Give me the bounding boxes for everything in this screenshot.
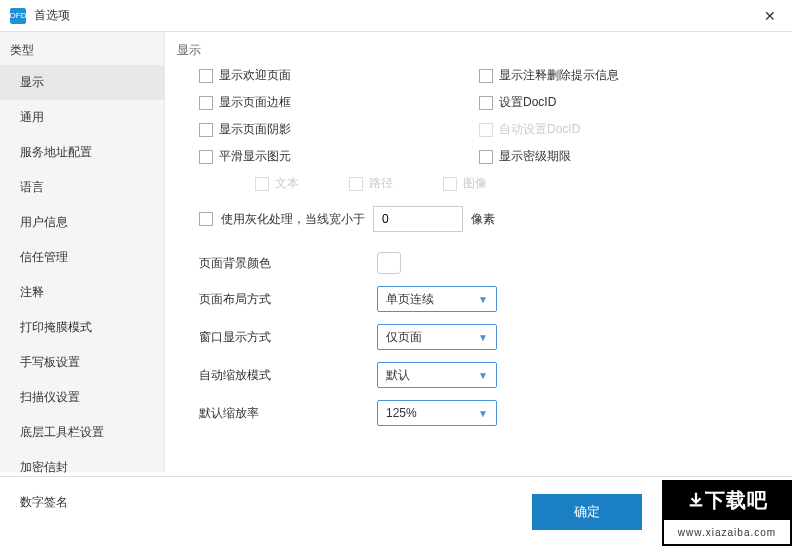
checkbox-label: 自动设置DocID (499, 121, 580, 138)
chevron-down-icon: ▼ (478, 370, 488, 381)
checkbox-row: 自动设置DocID (479, 121, 759, 138)
sidebar-item[interactable]: 通用 (0, 100, 164, 135)
sidebar-header: 类型 (0, 36, 164, 65)
checkbox[interactable] (479, 69, 493, 83)
close-button[interactable]: ✕ (758, 4, 782, 28)
select-value: 仅页面 (386, 329, 422, 346)
sidebar-item[interactable]: 用户信息 (0, 205, 164, 240)
sidebar-item[interactable]: 显示 (0, 65, 164, 100)
checkbox-label: 设置DocID (499, 94, 556, 111)
bgcolor-swatch[interactable] (377, 252, 401, 274)
close-icon: ✕ (764, 8, 776, 24)
watermark-logo: 下载吧 (662, 480, 792, 518)
watermark: 下载吧 www.xiazaiba.com (662, 480, 792, 546)
sidebar-item[interactable]: 打印掩膜模式 (0, 310, 164, 345)
window-title: 首选项 (34, 7, 758, 24)
sidebar-item[interactable]: 底层工具栏设置 (0, 415, 164, 450)
select-value: 125% (386, 406, 417, 420)
select-label: 窗口显示方式 (199, 329, 369, 346)
checkbox[interactable] (199, 69, 213, 83)
checkbox-label: 平滑显示图元 (219, 148, 291, 165)
checkbox[interactable] (479, 96, 493, 110)
sidebar: 类型 显示通用服务地址配置语言用户信息信任管理注释打印掩膜模式手写板设置扫描仪设… (0, 32, 165, 472)
checkbox-row: 显示页面边框 (199, 94, 479, 111)
sidebar-item[interactable]: 手写板设置 (0, 345, 164, 380)
select-value: 默认 (386, 367, 410, 384)
bgcolor-label: 页面背景颜色 (199, 255, 369, 272)
checkbox-label: 显示注释删除提示信息 (499, 67, 619, 84)
gray-process-row: 使用灰化处理，当线宽小于 像素 (199, 206, 772, 232)
sidebar-item[interactable]: 语言 (0, 170, 164, 205)
checkbox-label: 显示密级期限 (499, 148, 571, 165)
checkbox-row: 设置DocID (479, 94, 759, 111)
select-row: 默认缩放率125%▼ (199, 400, 772, 426)
gray-process-checkbox[interactable] (199, 212, 213, 226)
select-row: 自动缩放模式默认▼ (199, 362, 772, 388)
sidebar-item[interactable]: 扫描仪设置 (0, 380, 164, 415)
checkbox (349, 177, 363, 191)
sidebar-item[interactable]: 信任管理 (0, 240, 164, 275)
select-label: 默认缩放率 (199, 405, 369, 422)
checkbox[interactable] (479, 150, 493, 164)
ok-button[interactable]: 确定 (532, 494, 642, 530)
group-label: 显示 (177, 42, 772, 59)
select-value: 单页连续 (386, 291, 434, 308)
checkbox-row: 显示注释删除提示信息 (479, 67, 759, 84)
select-dropdown[interactable]: 125%▼ (377, 400, 497, 426)
chevron-down-icon: ▼ (478, 408, 488, 419)
checkbox-label: 文本 (275, 175, 299, 192)
checkbox-label: 路径 (369, 175, 393, 192)
chevron-down-icon: ▼ (478, 294, 488, 305)
select-dropdown[interactable]: 单页连续▼ (377, 286, 497, 312)
sidebar-item[interactable]: 注释 (0, 275, 164, 310)
checkbox[interactable] (199, 150, 213, 164)
checkbox-row: 显示页面阴影 (199, 121, 479, 138)
download-arrow-icon (687, 491, 705, 509)
content-panel: 显示 显示欢迎页面显示注释删除提示信息显示页面边框设置DocID显示页面阴影自动… (165, 32, 792, 472)
gray-process-unit: 像素 (471, 211, 495, 228)
app-icon: OFD (10, 8, 26, 24)
checkbox-label: 显示欢迎页面 (219, 67, 291, 84)
checkbox-row: 平滑显示图元 (199, 148, 479, 165)
titlebar: OFD 首选项 ✕ (0, 0, 792, 32)
select-label: 自动缩放模式 (199, 367, 369, 384)
sub-checkbox-row: 路径 (349, 175, 393, 192)
chevron-down-icon: ▼ (478, 332, 488, 343)
checkbox-row: 显示密级期限 (479, 148, 759, 165)
sub-checkbox-row: 文本 (255, 175, 299, 192)
checkbox-label: 显示页面阴影 (219, 121, 291, 138)
select-row: 页面布局方式单页连续▼ (199, 286, 772, 312)
checkbox[interactable] (199, 123, 213, 137)
checkbox-label: 图像 (463, 175, 487, 192)
select-row: 窗口显示方式仅页面▼ (199, 324, 772, 350)
main: 类型 显示通用服务地址配置语言用户信息信任管理注释打印掩膜模式手写板设置扫描仪设… (0, 32, 792, 472)
sub-checkbox-row: 图像 (443, 175, 487, 192)
checkbox (255, 177, 269, 191)
checkbox[interactable] (199, 96, 213, 110)
bgcolor-row: 页面背景颜色 (199, 252, 772, 274)
select-dropdown[interactable]: 默认▼ (377, 362, 497, 388)
watermark-url: www.xiazaiba.com (662, 518, 792, 546)
checkbox (479, 123, 493, 137)
sidebar-item[interactable]: 服务地址配置 (0, 135, 164, 170)
checkbox-row: 显示欢迎页面 (199, 67, 479, 84)
gray-process-label: 使用灰化处理，当线宽小于 (221, 211, 365, 228)
checkbox (443, 177, 457, 191)
line-width-input[interactable] (373, 206, 463, 232)
select-label: 页面布局方式 (199, 291, 369, 308)
checkbox-label: 显示页面边框 (219, 94, 291, 111)
select-dropdown[interactable]: 仅页面▼ (377, 324, 497, 350)
